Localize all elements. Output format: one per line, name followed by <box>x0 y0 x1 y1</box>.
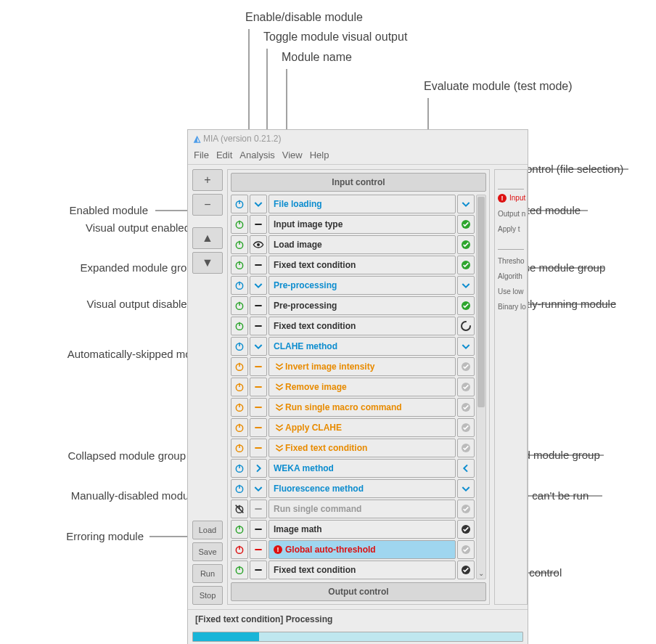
power-toggle[interactable] <box>231 378 248 396</box>
module-row[interactable]: Fixed text condition <box>231 439 475 457</box>
evaluate-button[interactable] <box>457 418 475 437</box>
module-row[interactable]: !Global auto-threshold <box>231 540 475 559</box>
module-row[interactable]: Pre-processing <box>231 296 475 315</box>
evaluate-button[interactable] <box>457 276 475 295</box>
power-toggle[interactable] <box>231 337 248 356</box>
module-row[interactable]: Invert image intensity <box>231 357 475 376</box>
evaluate-button[interactable] <box>457 215 475 234</box>
evaluate-button[interactable] <box>457 500 475 518</box>
module-name-cell[interactable]: Fixed text condition <box>268 561 456 579</box>
visual-output-toggle[interactable] <box>250 418 267 437</box>
evaluate-button[interactable] <box>457 357 475 376</box>
power-toggle[interactable] <box>231 317 248 335</box>
module-row[interactable]: Fixed text condition <box>231 256 475 274</box>
visual-output-toggle[interactable] <box>250 398 267 417</box>
power-toggle[interactable] <box>231 296 248 315</box>
move-up-button[interactable]: ▲ <box>192 227 223 249</box>
module-row[interactable]: CLAHE method <box>231 337 475 356</box>
visual-output-toggle[interactable] <box>250 317 267 335</box>
load-button[interactable]: Load <box>192 521 223 539</box>
move-down-button[interactable]: ▼ <box>192 252 223 274</box>
menu-analysis[interactable]: Analysis <box>239 150 274 160</box>
evaluate-button[interactable] <box>457 398 475 417</box>
save-button[interactable]: Save <box>192 542 223 561</box>
visual-output-toggle[interactable] <box>250 337 267 356</box>
menu-edit[interactable]: Edit <box>216 150 232 160</box>
module-name-cell[interactable]: Fluorescence method <box>268 479 456 498</box>
run-button[interactable]: Run <box>192 564 223 583</box>
module-row[interactable]: Remove image <box>231 378 475 396</box>
menu-view[interactable]: View <box>282 150 303 160</box>
visual-output-toggle[interactable] <box>250 256 267 274</box>
evaluate-button[interactable] <box>457 439 475 457</box>
evaluate-button[interactable] <box>457 520 475 539</box>
visual-output-toggle[interactable] <box>250 357 267 376</box>
module-name-cell[interactable]: WEKA method <box>268 459 456 478</box>
module-row[interactable]: Fluorescence method <box>231 479 475 498</box>
power-toggle[interactable] <box>231 235 248 254</box>
power-toggle[interactable] <box>231 520 248 539</box>
power-toggle[interactable] <box>231 276 248 295</box>
evaluate-button[interactable] <box>457 296 475 315</box>
visual-output-toggle[interactable] <box>250 500 267 518</box>
module-name-cell[interactable]: Fixed text condition <box>268 256 456 274</box>
scrollbar-thumb[interactable] <box>477 197 485 407</box>
evaluate-button[interactable] <box>457 561 475 579</box>
module-row[interactable]: Fixed text condition <box>231 561 475 579</box>
module-row[interactable]: Apply CLAHE <box>231 418 475 437</box>
visual-output-toggle[interactable] <box>250 520 267 539</box>
evaluate-button[interactable] <box>457 337 475 356</box>
power-toggle[interactable] <box>231 500 248 518</box>
module-name-cell[interactable]: Input image type <box>268 215 456 234</box>
power-toggle[interactable] <box>231 215 248 234</box>
module-name-cell[interactable]: Image math <box>268 520 456 539</box>
visual-output-toggle[interactable] <box>250 235 267 254</box>
menu-file[interactable]: File <box>194 150 209 160</box>
module-name-cell[interactable]: Pre-processing <box>268 296 456 315</box>
output-control-button[interactable]: Output control <box>231 582 486 601</box>
module-name-cell[interactable]: Run single macro command <box>268 398 456 417</box>
evaluate-button[interactable] <box>457 540 475 559</box>
module-name-cell[interactable]: Fixed text condition <box>268 439 456 457</box>
evaluate-button[interactable] <box>457 235 475 254</box>
module-name-cell[interactable]: Invert image intensity <box>268 357 456 376</box>
module-name-cell[interactable]: !Global auto-threshold <box>268 540 456 559</box>
visual-output-toggle[interactable] <box>250 276 267 295</box>
module-name-cell[interactable]: Remove image <box>268 378 456 396</box>
module-name-cell[interactable]: CLAHE method <box>268 337 456 356</box>
evaluate-button[interactable] <box>457 378 475 396</box>
evaluate-button[interactable] <box>457 459 475 478</box>
power-toggle[interactable] <box>231 195 248 213</box>
module-row[interactable]: Input image type <box>231 215 475 234</box>
visual-output-toggle[interactable] <box>250 479 267 498</box>
stop-button[interactable]: Stop <box>192 586 223 605</box>
module-row[interactable]: Pre-processing <box>231 276 475 295</box>
visual-output-toggle[interactable] <box>250 459 267 478</box>
power-toggle[interactable] <box>231 398 248 417</box>
visual-output-toggle[interactable] <box>250 296 267 315</box>
evaluate-button[interactable] <box>457 256 475 274</box>
visual-output-toggle[interactable] <box>250 439 267 457</box>
module-name-cell[interactable]: Apply CLAHE <box>268 418 456 437</box>
module-row[interactable]: File loading <box>231 195 475 213</box>
evaluate-button[interactable] <box>457 317 475 335</box>
power-toggle[interactable] <box>231 418 248 437</box>
module-scrollbar[interactable]: ⌄ <box>476 195 486 579</box>
power-toggle[interactable] <box>231 256 248 274</box>
module-name-cell[interactable]: Load image <box>268 235 456 254</box>
module-row[interactable]: Load image <box>231 235 475 254</box>
visual-output-toggle[interactable] <box>250 540 267 559</box>
evaluate-button[interactable] <box>457 479 475 498</box>
add-module-button[interactable]: + <box>192 169 223 191</box>
evaluate-button[interactable] <box>457 195 475 213</box>
input-control-button[interactable]: Input control <box>231 173 486 192</box>
module-name-cell[interactable]: File loading <box>268 195 456 213</box>
power-toggle[interactable] <box>231 459 248 478</box>
menu-help[interactable]: Help <box>310 150 329 160</box>
module-row[interactable]: WEKA method <box>231 459 475 478</box>
scroll-down-icon[interactable]: ⌄ <box>477 569 485 577</box>
module-row[interactable]: Run single command <box>231 500 475 518</box>
power-toggle[interactable] <box>231 479 248 498</box>
power-toggle[interactable] <box>231 439 248 457</box>
module-row[interactable]: Run single macro command <box>231 398 475 417</box>
